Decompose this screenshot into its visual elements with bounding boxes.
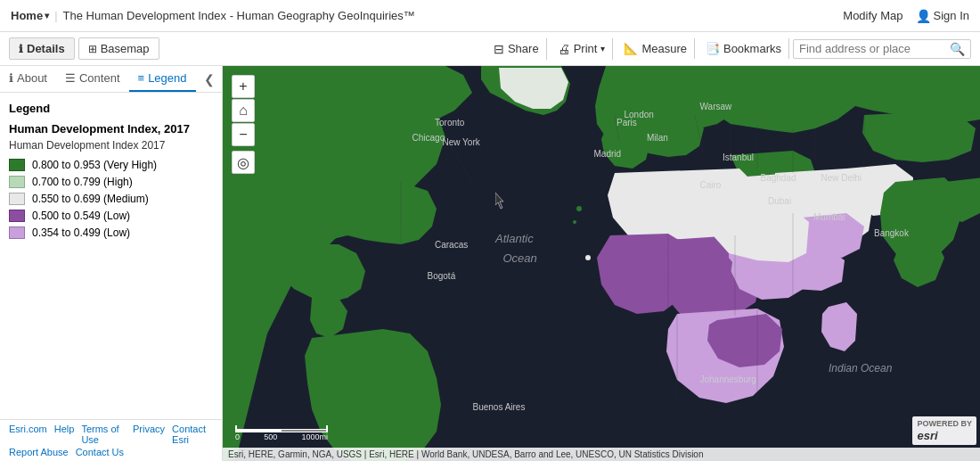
details-tab[interactable]: ℹ Details bbox=[9, 37, 75, 60]
main-toolbar: ℹ Details ⊞ Basemap ⊟ Share 🖨 Print ▾ 📐 … bbox=[0, 32, 980, 66]
measure-button[interactable]: 📐 Measure bbox=[617, 38, 695, 59]
sidebar-content: Legend Human Development Index, 2017 Hum… bbox=[0, 93, 222, 419]
zoom-out-button[interactable]: − bbox=[232, 123, 255, 146]
home-button[interactable]: Home ▾ bbox=[11, 9, 49, 22]
about-tab-label: About bbox=[17, 71, 47, 85]
layer-subtitle: Human Development Index 2017 bbox=[9, 139, 213, 152]
print-icon: 🖨 bbox=[558, 42, 570, 56]
svg-point-2 bbox=[573, 220, 576, 224]
legend-item-label: 0.500 to 0.549 (Low) bbox=[32, 210, 130, 222]
modify-map-label: Modify Map bbox=[843, 9, 902, 22]
map-container[interactable]: Atlantic Ocean Indian Ocean London Paris… bbox=[223, 66, 980, 461]
legend-item: 0.800 to 0.953 (Very High) bbox=[9, 159, 213, 171]
legend-swatch bbox=[9, 226, 25, 239]
legend-heading: Legend bbox=[9, 102, 213, 115]
details-tab-label: Details bbox=[27, 42, 65, 55]
map-svg bbox=[223, 66, 980, 461]
search-input[interactable] bbox=[799, 42, 950, 55]
sidebar: ℹ About ☰ Content ≡ Legend ❮ Legend Huma… bbox=[0, 66, 223, 461]
bookmarks-label: Bookmarks bbox=[723, 42, 781, 55]
search-icon: 🔍 bbox=[950, 42, 965, 56]
main-content: ℹ About ☰ Content ≡ Legend ❮ Legend Huma… bbox=[0, 66, 980, 461]
esri-text: esri bbox=[917, 429, 937, 442]
legend-swatch bbox=[9, 193, 25, 205]
legend-swatch bbox=[9, 159, 25, 171]
powered-by-text: POWERED BY bbox=[917, 419, 972, 429]
legend-swatch bbox=[9, 176, 25, 188]
attribution-text: Esri, HERE, Garmin, NGA, USGS | Esri, HE… bbox=[228, 449, 703, 459]
share-label: Share bbox=[508, 42, 539, 55]
search-box[interactable]: 🔍 bbox=[793, 39, 971, 59]
share-button[interactable]: ⊟ Share bbox=[486, 38, 547, 60]
print-label: Print bbox=[574, 42, 598, 55]
legend-tab[interactable]: ≡ Legend bbox=[129, 66, 196, 92]
legend-item: 0.500 to 0.549 (Low) bbox=[9, 210, 213, 222]
scale-label-500: 500 bbox=[264, 432, 277, 441]
legend-item: 0.550 to 0.699 (Medium) bbox=[9, 193, 213, 205]
legend-item-label: 0.550 to 0.699 (Medium) bbox=[32, 193, 149, 205]
basemap-icon: ⊞ bbox=[88, 43, 97, 55]
user-icon: 👤 bbox=[916, 9, 931, 23]
scale-bar: 0 500 1000mi bbox=[235, 425, 328, 441]
legend-item-label: 0.354 to 0.499 (Low) bbox=[32, 226, 130, 239]
page-title: The Human Development Index - Human Geog… bbox=[63, 9, 415, 22]
basemap-tab-label: Basemap bbox=[101, 42, 150, 55]
zoom-in-button[interactable]: + bbox=[232, 75, 255, 98]
layer-title: Human Development Index, 2017 bbox=[9, 122, 213, 136]
footer-link[interactable]: Help bbox=[54, 424, 75, 445]
topbar-right: Modify Map 👤 Sign In bbox=[843, 9, 969, 23]
footer-links: Esri.comHelpTerms of UsePrivacyContact E… bbox=[0, 419, 222, 461]
content-tab-label: Content bbox=[79, 71, 120, 85]
map-controls: + ⌂ − ◎ bbox=[232, 75, 255, 174]
svg-point-1 bbox=[576, 206, 582, 211]
modify-map-button[interactable]: Modify Map bbox=[843, 9, 902, 22]
measure-label: Measure bbox=[641, 42, 687, 55]
topbar-divider: | bbox=[54, 9, 57, 22]
content-tab[interactable]: ☰ Content bbox=[56, 66, 129, 92]
legend-item-label: 0.700 to 0.799 (High) bbox=[32, 176, 133, 188]
print-button[interactable]: 🖨 Print ▾ bbox=[551, 38, 614, 60]
footer-link[interactable]: Report Abuse bbox=[9, 447, 69, 457]
legend-items: 0.800 to 0.953 (Very High)0.700 to 0.799… bbox=[9, 159, 213, 239]
footer-link[interactable]: Privacy bbox=[133, 424, 165, 445]
scale-label-0: 0 bbox=[235, 432, 240, 441]
bookmarks-button[interactable]: 📑 Bookmarks bbox=[698, 38, 789, 59]
measure-icon: 📐 bbox=[624, 42, 638, 55]
svg-point-3 bbox=[585, 255, 591, 260]
about-tab[interactable]: ℹ About bbox=[0, 66, 56, 92]
sign-in-button[interactable]: 👤 Sign In bbox=[916, 9, 969, 23]
legend-tab-label: Legend bbox=[148, 71, 186, 85]
footer-link[interactable]: Contact Esri bbox=[172, 424, 213, 445]
esri-logo: POWERED BY esri bbox=[912, 416, 976, 445]
top-navigation-bar: Home ▾ | The Human Development Index - H… bbox=[0, 0, 980, 32]
locate-button[interactable]: ◎ bbox=[232, 151, 255, 174]
sign-in-label: Sign In bbox=[934, 9, 969, 22]
footer-link[interactable]: Esri.com bbox=[9, 424, 47, 445]
sidebar-collapse-button[interactable]: ❮ bbox=[197, 66, 222, 92]
topbar-left: Home ▾ | The Human Development Index - H… bbox=[11, 9, 415, 22]
content-icon: ☰ bbox=[65, 71, 76, 85]
home-label: Home bbox=[11, 9, 43, 22]
legend-icon: ≡ bbox=[138, 71, 145, 85]
sidebar-tabs: ℹ About ☰ Content ≡ Legend ❮ bbox=[0, 66, 222, 93]
home-map-button[interactable]: ⌂ bbox=[232, 99, 255, 122]
scale-label-1000: 1000mi bbox=[301, 432, 328, 441]
legend-item: 0.700 to 0.799 (High) bbox=[9, 176, 213, 188]
share-icon: ⊟ bbox=[494, 42, 504, 56]
legend-item: 0.354 to 0.499 (Low) bbox=[9, 226, 213, 239]
footer-link[interactable]: Terms of Use bbox=[81, 424, 126, 445]
details-icon: ℹ bbox=[19, 43, 23, 55]
basemap-tab[interactable]: ⊞ Basemap bbox=[78, 37, 159, 60]
attribution-bar: Esri, HERE, Garmin, NGA, USGS | Esri, HE… bbox=[223, 448, 980, 461]
home-dropdown-arrow: ▾ bbox=[45, 11, 49, 21]
legend-swatch bbox=[9, 210, 25, 222]
footer-link[interactable]: Contact Us bbox=[76, 447, 124, 457]
bookmarks-icon: 📑 bbox=[706, 42, 720, 55]
legend-item-label: 0.800 to 0.953 (Very High) bbox=[32, 159, 157, 171]
about-icon: ℹ bbox=[9, 71, 13, 85]
print-dropdown-arrow: ▾ bbox=[600, 44, 605, 54]
